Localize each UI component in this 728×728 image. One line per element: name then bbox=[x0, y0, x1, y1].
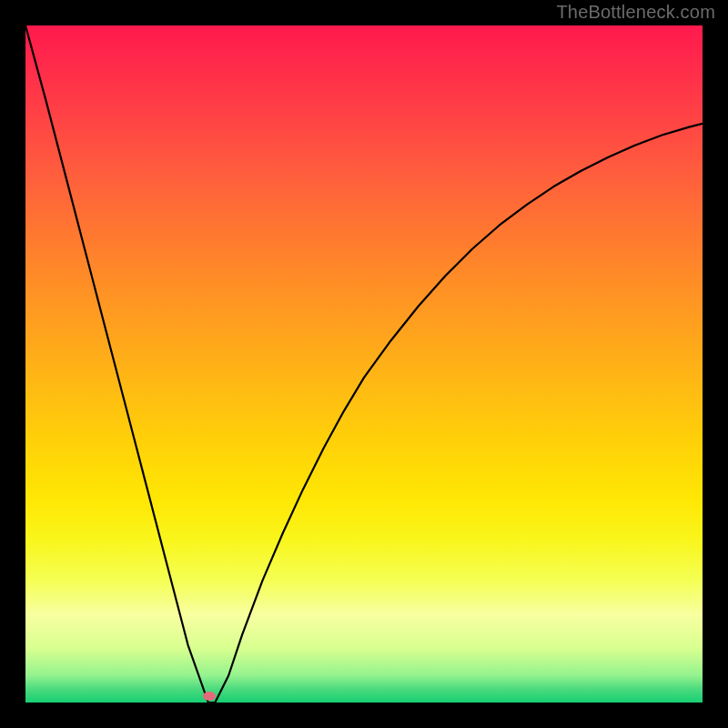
watermark-text: TheBottleneck.com bbox=[556, 2, 715, 23]
bottleneck-curve bbox=[25, 25, 703, 703]
plot-area bbox=[25, 25, 703, 703]
chart-frame: TheBottleneck.com bbox=[0, 0, 728, 728]
